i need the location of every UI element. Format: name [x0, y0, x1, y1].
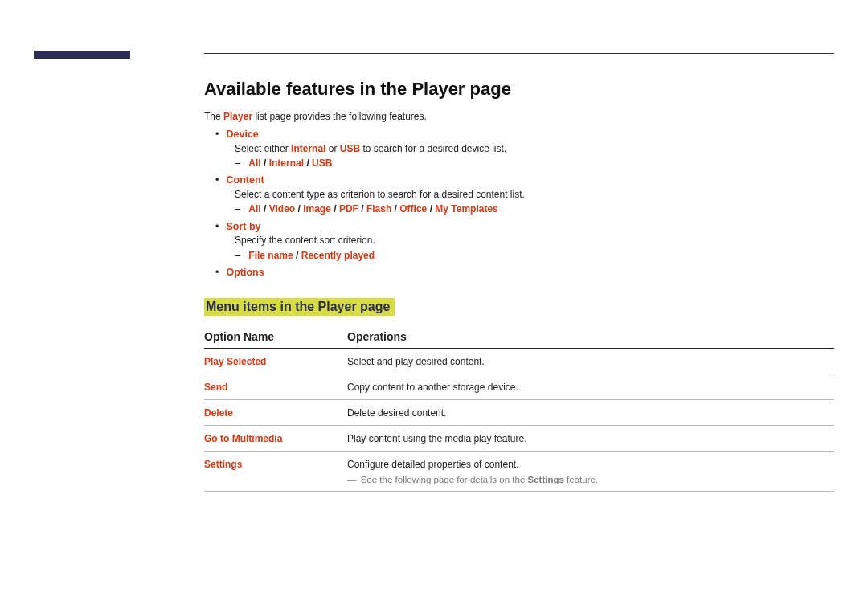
sub-opt: Internal [269, 157, 304, 169]
table-row: Go to Multimedia Play content using the … [204, 426, 834, 452]
bullet-icon: • [215, 127, 223, 142]
option-op: Select and play desired content. [347, 356, 834, 367]
bullet-icon: • [215, 173, 223, 188]
sub-opt: File name [248, 250, 293, 261]
sep: / [361, 203, 366, 215]
desc-opt2: USB [340, 143, 360, 154]
sub-heading: Menu items in the Player page [204, 298, 395, 316]
note-post: feature. [564, 475, 598, 484]
feature-content-sub: ‒ All / Video / Image / PDF / Flash / Of… [235, 202, 834, 217]
feature-sortby: • Sort by [215, 219, 834, 235]
feature-device-sub: ‒ All / Internal / USB [235, 156, 834, 171]
intro-pre: The [204, 111, 223, 122]
dash-icon: ‒ [235, 157, 241, 169]
feature-options: • Options [215, 265, 834, 280]
feature-content: • Content [215, 173, 834, 188]
table-row: Play Selected Select and play desired co… [204, 349, 834, 374]
option-op: Configure detailed properties of content… [347, 459, 834, 470]
sub-opt: Flash [366, 203, 391, 215]
sub-opt: USB [312, 157, 332, 169]
bullet-icon: • [215, 265, 223, 280]
table-row: Settings Configure detailed properties o… [204, 452, 834, 492]
option-name: Go to Multimedia [204, 433, 347, 444]
bullet-icon: • [215, 219, 223, 235]
option-name: Play Selected [204, 356, 347, 367]
desc-post: to search for a desired device list. [360, 143, 506, 154]
content-area: Available features in the Player page Th… [204, 79, 834, 492]
sub-opt: All [248, 203, 260, 215]
sep: / [296, 250, 301, 261]
page-heading: Available features in the Player page [204, 79, 834, 100]
table-header-name: Option Name [204, 330, 347, 343]
option-note: ― See the following page for details on … [347, 475, 834, 484]
feature-label: Options [226, 267, 264, 278]
feature-content-desc: Select a content type as criterion to se… [235, 188, 834, 202]
option-name: Settings [204, 459, 347, 484]
feature-device-desc: Select either Internal or USB to search … [235, 142, 834, 156]
feature-label: Sort by [226, 221, 260, 232]
note-pre: See the following page for details on th… [361, 475, 528, 484]
options-table: Option Name Operations Play Selected Sel… [204, 330, 834, 492]
desc-pre: Select either [235, 143, 291, 154]
dash-icon: ‒ [235, 203, 241, 215]
option-name: Delete [204, 407, 347, 419]
feature-device: • Device [215, 127, 834, 142]
note-dash-icon: ― [347, 475, 356, 484]
sub-opt: Recently played [301, 250, 375, 261]
sub-opt: Video [269, 203, 295, 215]
sep: / [334, 203, 339, 215]
table-row: Delete Delete desired content. [204, 400, 834, 426]
sub-opt: PDF [339, 203, 358, 215]
table-header-ops: Operations [347, 330, 834, 343]
feature-list: • Device Select either Internal or USB t… [215, 127, 834, 280]
dash-icon: ‒ [235, 250, 241, 261]
option-name: Send [204, 382, 347, 393]
option-op: Delete desired content. [347, 407, 834, 419]
sub-opt: Image [303, 203, 331, 215]
sep: / [264, 157, 269, 169]
sub-opt: Office [399, 203, 427, 215]
table-header: Option Name Operations [204, 330, 834, 349]
intro-text: The Player list page provides the follow… [204, 111, 834, 122]
option-op: Copy content to another storage device. [347, 382, 834, 393]
sep: / [264, 203, 269, 215]
option-op-cell: Configure detailed properties of content… [347, 459, 834, 484]
sub-opt: My Templates [435, 203, 497, 215]
desc-opt1: Internal [291, 143, 326, 154]
intro-term: Player [223, 111, 252, 122]
feature-label: Device [226, 129, 258, 140]
top-horizontal-rule [204, 53, 834, 54]
intro-post: list page provides the following feature… [252, 111, 427, 122]
table-row: Send Copy content to another storage dev… [204, 374, 834, 400]
feature-label: Content [226, 174, 264, 186]
sub-opt: All [248, 157, 260, 169]
option-op: Play content using the media play featur… [347, 433, 834, 444]
document-page: Available features in the Player page Th… [0, 0, 868, 613]
accent-bar [34, 51, 130, 59]
desc-mid: or [326, 143, 339, 154]
feature-sortby-desc: Specify the content sort criterion. [235, 234, 834, 247]
feature-sortby-sub: ‒ File name / Recently played [235, 248, 834, 264]
note-bold: Settings [527, 475, 563, 484]
